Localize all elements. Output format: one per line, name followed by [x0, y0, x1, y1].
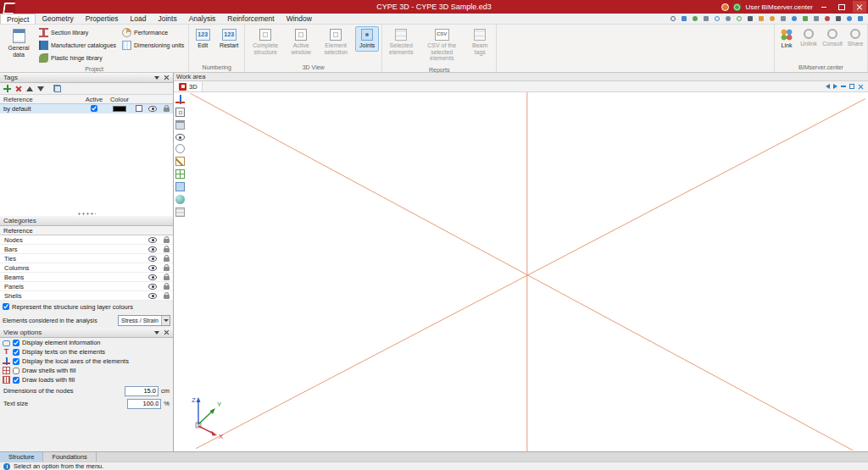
- visibility-icon[interactable]: [148, 274, 157, 280]
- tag-active-checkbox[interactable]: [91, 105, 97, 112]
- numbering-edit-button[interactable]: 123 Edit: [192, 26, 214, 52]
- dimension-icon[interactable]: [789, 14, 798, 24]
- bim-share-button[interactable]: Share: [846, 26, 865, 50]
- visibility-icon[interactable]: [148, 246, 157, 252]
- tags-tool-icon[interactable]: [175, 207, 185, 217]
- texture-tool-icon[interactable]: [175, 182, 185, 191]
- orbit-tool-icon[interactable]: [175, 144, 185, 153]
- category-row-columns[interactable]: Columns: [0, 263, 173, 273]
- front-view-icon[interactable]: [745, 14, 754, 24]
- selected-elements-button[interactable]: Selected elements: [385, 26, 417, 58]
- collapse-icon[interactable]: [154, 331, 159, 335]
- orbit-icon[interactable]: [734, 14, 743, 24]
- shells-fill-checkbox[interactable]: [13, 368, 19, 374]
- references-icon[interactable]: [844, 14, 854, 24]
- minimize-button[interactable]: [817, 1, 831, 13]
- local-axes-checkbox[interactable]: [13, 358, 19, 365]
- perspective-icon[interactable]: [756, 14, 765, 24]
- visibility-icon[interactable]: [148, 237, 157, 243]
- lock-icon[interactable]: [164, 267, 170, 271]
- tab-structure[interactable]: Structure: [0, 452, 43, 462]
- 3d-canvas[interactable]: Z Y X: [174, 92, 868, 451]
- text-size-input[interactable]: [127, 399, 161, 409]
- next-view-icon[interactable]: [833, 84, 837, 89]
- tag-colour-swatch[interactable]: [113, 106, 126, 112]
- pan-icon[interactable]: [701, 14, 710, 24]
- menu-joints[interactable]: Joints: [152, 14, 182, 24]
- bim-unlink-button[interactable]: Unlink: [798, 26, 819, 50]
- copy-tag-button[interactable]: [53, 85, 61, 92]
- visibility-icon[interactable]: [148, 256, 157, 262]
- bim-link-button[interactable]: Link: [777, 26, 796, 52]
- menu-project[interactable]: Project: [0, 14, 36, 24]
- close-view-icon[interactable]: [858, 84, 864, 90]
- restore-view-icon[interactable]: [849, 84, 854, 89]
- windows-icon[interactable]: [855, 14, 865, 24]
- tag-visibility-icon[interactable]: [148, 106, 157, 112]
- tab-foundations[interactable]: Foundations: [43, 452, 96, 462]
- collapse-icon[interactable]: [154, 76, 159, 80]
- menu-geometry[interactable]: Geometry: [36, 14, 79, 24]
- panel-resize-handle[interactable]: [77, 213, 96, 215]
- previous-view-icon[interactable]: [826, 84, 830, 89]
- close-button[interactable]: [853, 1, 866, 13]
- layers-icon[interactable]: [800, 14, 810, 24]
- element-information-checkbox[interactable]: [13, 340, 19, 346]
- detail-icon[interactable]: [822, 14, 832, 24]
- menu-properties[interactable]: Properties: [80, 14, 125, 24]
- lock-icon[interactable]: [164, 276, 170, 280]
- zoom-window-icon[interactable]: [712, 14, 721, 24]
- measure-icon[interactable]: [778, 14, 787, 24]
- render-sphere-icon[interactable]: [175, 195, 185, 204]
- menu-window[interactable]: Window: [281, 14, 318, 24]
- visibility-icon[interactable]: [148, 284, 157, 290]
- manufacturer-catalogues-button[interactable]: Manufacturer catalogues: [37, 40, 118, 51]
- performance-button[interactable]: Performance: [120, 27, 186, 38]
- search-icon[interactable]: [668, 14, 677, 24]
- bim-consult-button[interactable]: Consult: [821, 26, 843, 50]
- print-icon[interactable]: [679, 14, 688, 24]
- menu-reinforcement[interactable]: Reinforcement: [221, 14, 280, 24]
- add-tag-button[interactable]: [3, 85, 11, 92]
- tab-3d[interactable]: 3D: [175, 81, 203, 91]
- menu-load[interactable]: Load: [125, 14, 153, 24]
- elements-analysis-select[interactable]: Stress / Strain: [118, 315, 170, 326]
- tag-lock-icon[interactable]: [164, 108, 170, 112]
- chevron-down-icon[interactable]: [161, 316, 170, 325]
- grid-tool-icon[interactable]: [175, 169, 185, 179]
- menu-analysis[interactable]: Analysis: [183, 14, 222, 24]
- category-row-ties[interactable]: Ties: [0, 254, 173, 263]
- category-row-nodes[interactable]: Nodes: [0, 235, 173, 245]
- grid-icon[interactable]: [811, 14, 821, 24]
- active-window-button[interactable]: Active window: [286, 26, 316, 58]
- category-row-bars[interactable]: Bars: [0, 245, 173, 254]
- tag-row-by-default[interactable]: by default: [0, 104, 173, 113]
- lock-icon[interactable]: [164, 285, 170, 290]
- texts-on-elements-checkbox[interactable]: [13, 349, 19, 356]
- visibility-icon[interactable]: [148, 265, 157, 271]
- local-axes-tool-icon[interactable]: [175, 95, 185, 104]
- section-library-button[interactable]: Section library: [37, 27, 118, 38]
- printer-icon[interactable]: [175, 120, 185, 130]
- move-down-button[interactable]: [37, 86, 44, 91]
- dimensioning-units-button[interactable]: Dimensioning units: [120, 40, 186, 51]
- joints-button[interactable]: Joints: [355, 26, 379, 52]
- lock-icon[interactable]: [164, 248, 170, 252]
- category-row-beams[interactable]: Beams: [0, 273, 173, 282]
- redraw-icon[interactable]: [690, 14, 699, 24]
- complete-structure-button[interactable]: Complete structure: [248, 26, 283, 58]
- layer-colours-checkbox[interactable]: [3, 303, 9, 310]
- visibility-icon[interactable]: [148, 293, 157, 299]
- user-label[interactable]: User BIMserver.center: [745, 3, 813, 11]
- category-row-panels[interactable]: Panels: [0, 282, 173, 291]
- numbering-restart-button[interactable]: 123 Restart: [216, 26, 242, 52]
- views-cube-icon[interactable]: [175, 108, 185, 117]
- csv-selected-elements-button[interactable]: CSV CSV of the selected elements: [420, 26, 464, 64]
- move-up-button[interactable]: [26, 86, 33, 91]
- minimize-view-icon[interactable]: [841, 86, 846, 87]
- sun-icon[interactable]: [767, 14, 776, 24]
- close-panel-icon[interactable]: [164, 329, 170, 335]
- visibility-tool-icon[interactable]: [175, 134, 185, 141]
- previous-zoom-icon[interactable]: [723, 14, 732, 24]
- general-data-button[interactable]: General data: [3, 26, 35, 60]
